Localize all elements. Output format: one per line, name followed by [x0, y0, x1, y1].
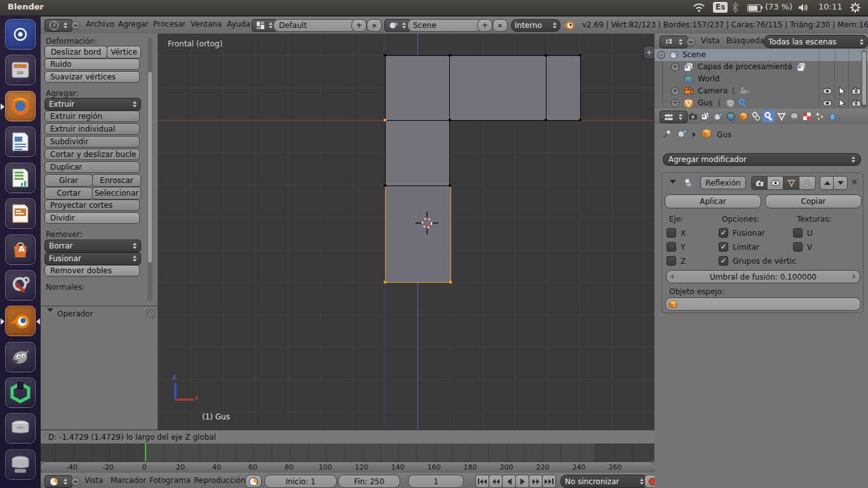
modifier-visibility-toggle[interactable]	[767, 176, 784, 190]
modifier-name-field[interactable]: Reflexión	[700, 176, 746, 189]
tab-object[interactable]	[737, 110, 750, 123]
tab-world[interactable]	[724, 110, 737, 123]
menu-busqueda[interactable]: Búsqueda	[723, 34, 768, 48]
tab-render-layers[interactable]	[699, 110, 712, 123]
checkbox-vertex-groups[interactable]: ✓	[719, 256, 728, 266]
outliner-scrollbar[interactable]	[862, 50, 867, 107]
tool-smooth-vertex-button[interactable]: Suavizar vértices	[44, 71, 140, 83]
mesh-face[interactable]	[385, 120, 450, 186]
mesh-face[interactable]	[546, 55, 581, 121]
next-keyframe-button[interactable]	[529, 475, 543, 488]
play-button[interactable]	[515, 475, 529, 488]
apply-modifier-button[interactable]: Aplicar	[665, 194, 761, 208]
mesh-vertex[interactable]	[384, 184, 386, 187]
tool-duplicate-button[interactable]: Duplicar	[44, 161, 140, 173]
cube-breadcrumb-icon[interactable]	[702, 128, 712, 139]
tool-knife-project-button[interactable]: Proyectar cortes	[44, 200, 140, 211]
editor-type-selector-outliner[interactable]	[660, 36, 688, 48]
checkbox-axis-z[interactable]	[667, 256, 676, 266]
move-modifier-down-button[interactable]	[833, 176, 848, 190]
expand-icon[interactable]: +	[671, 63, 679, 71]
region-corner-grip[interactable]	[644, 35, 653, 44]
tab-object-data[interactable]	[775, 110, 788, 123]
mesh-vertex[interactable]	[579, 54, 581, 57]
keyboard-layout-indicator[interactable]: Es	[713, 2, 728, 13]
mesh-face[interactable]	[449, 55, 546, 121]
frame-end-field[interactable]: Fin: 250	[338, 475, 400, 488]
viewport-3d[interactable]: Frontal (ortog) z x (1) Gus +	[158, 34, 655, 430]
mirror-object-field[interactable]	[665, 297, 861, 311]
software-center-icon[interactable]: A	[5, 234, 36, 265]
mesh-vertex[interactable]	[449, 184, 451, 187]
libreoffice-writer-icon[interactable]	[5, 126, 36, 157]
tool-screw-button[interactable]: Enroscar	[92, 174, 141, 187]
record-button[interactable]	[644, 475, 654, 488]
add-layout-button[interactable]: +	[351, 19, 367, 32]
system-settings-icon[interactable]	[5, 270, 36, 301]
tool-merge-dropdown[interactable]: Fusionar	[44, 252, 141, 265]
battery-icon[interactable]	[747, 4, 761, 12]
tab-scene[interactable]	[712, 110, 724, 123]
timeline-ruler[interactable]: -40-200204060801001201401601802002202402…	[41, 461, 654, 474]
outliner-row-gus[interactable]: + Gus |	[654, 97, 868, 109]
menu-archivo[interactable]: Archivo	[83, 17, 118, 32]
clock[interactable]: 10:11	[818, 2, 842, 11]
visibility-eye-icon[interactable]	[822, 88, 832, 95]
mesh-vertex[interactable]	[545, 119, 547, 121]
blender-launcher-icon[interactable]	[5, 306, 36, 336]
mesh-face[interactable]	[385, 55, 450, 121]
tool-knife-select-button[interactable]: Seleccionar	[92, 187, 141, 200]
outliner-row-world[interactable]: World	[654, 73, 868, 85]
bluetooth-icon[interactable]	[732, 3, 738, 13]
tool-knife-button[interactable]: Cortar	[44, 187, 93, 200]
pin-icon[interactable]	[662, 129, 672, 139]
editor-type-selector-properties[interactable]	[660, 111, 688, 123]
add-scene-button[interactable]: +	[477, 19, 492, 32]
gimp-icon[interactable]	[5, 342, 36, 372]
merge-limit-slider[interactable]: Umbral de fusión: 0.100000	[666, 270, 860, 283]
libreoffice-impress-icon[interactable]	[5, 198, 36, 229]
tool-slide-edge-button[interactable]: Deslizar bord	[44, 46, 107, 58]
checkbox-texture-v[interactable]	[793, 242, 803, 252]
session-gear-icon[interactable]	[850, 3, 860, 13]
timeline-track[interactable]	[41, 444, 654, 461]
tab-texture[interactable]	[801, 110, 813, 123]
tool-delete-dropdown[interactable]: Borrar	[44, 240, 141, 252]
previous-keyframe-button[interactable]	[489, 475, 503, 488]
wifi-icon[interactable]	[693, 3, 705, 12]
panel-collapse-icon[interactable]	[670, 180, 676, 184]
delete-layout-button[interactable]: ✕	[367, 19, 382, 32]
slider-left-arrow-icon[interactable]	[670, 274, 674, 279]
tool-split-button[interactable]: Dividir	[44, 212, 140, 224]
collapse-menus-icon[interactable]	[71, 21, 80, 30]
tool-loop-cut-button[interactable]: Cortar y deslizar bucle	[44, 149, 140, 160]
mesh-vertex[interactable]	[449, 281, 452, 283]
mesh-vertex[interactable]	[384, 119, 386, 121]
firefox-icon[interactable]	[5, 91, 36, 121]
menu-ayuda[interactable]: Ayuda	[224, 17, 254, 32]
renderability-camera-icon[interactable]	[851, 99, 861, 107]
frame-start-field[interactable]: Inicio: 1	[264, 475, 337, 488]
tab-modifiers[interactable]	[763, 110, 775, 123]
outliner-filter-dropdown[interactable]: Todas las escenas	[764, 35, 868, 48]
tab-render[interactable]	[686, 110, 699, 123]
mesh-vertex[interactable]	[449, 119, 451, 121]
menu-agregar[interactable]: Agregar	[115, 17, 152, 32]
menu-fotograma[interactable]: Fotograma	[146, 473, 194, 488]
editor-type-selector-timeline[interactable]	[44, 475, 72, 488]
tool-subdivide-button[interactable]: Subdividir	[44, 136, 140, 147]
tool-shelf-scrollbar[interactable]	[147, 37, 153, 301]
checkbox-clipping[interactable]: ✓	[719, 242, 728, 252]
slider-right-arrow-icon[interactable]	[853, 274, 856, 279]
mesh-vertex[interactable]	[579, 119, 581, 121]
expand-icon[interactable]: +	[671, 87, 679, 95]
tool-extrude-individual-button[interactable]: Extruir individual	[44, 123, 140, 135]
scene-name-field[interactable]: Scene	[407, 19, 482, 32]
open-region-plus-button[interactable]: +	[643, 46, 655, 60]
render-layer-item-icon[interactable]	[797, 62, 806, 72]
jump-to-end-button[interactable]	[542, 475, 556, 488]
add-modifier-dropdown[interactable]: Agregar modificador	[663, 153, 861, 166]
mesh-vertex[interactable]	[449, 54, 451, 57]
visibility-eye-icon[interactable]	[822, 100, 832, 107]
jump-to-start-button[interactable]	[475, 475, 489, 488]
